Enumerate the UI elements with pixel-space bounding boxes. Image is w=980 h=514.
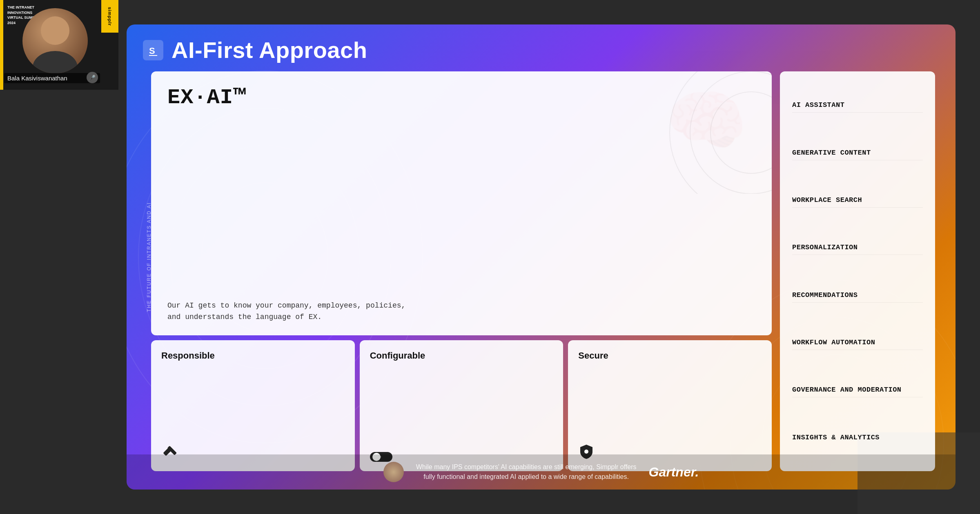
svg-point-0 <box>41 16 69 45</box>
slide-footer: While many IPS competitors' AI capabilit… <box>127 454 956 490</box>
svg-point-11 <box>670 71 772 194</box>
capability-generative-content: GENERATIVE CONTENT <box>792 146 923 160</box>
speaker-name: Bala Kasiviswanathan <box>4 73 100 83</box>
gartner-logo: Gartner. <box>649 465 699 480</box>
ex-ai-description: Our AI gets to know your company, employ… <box>167 300 755 323</box>
responsible-card: Responsible <box>151 340 355 471</box>
configurable-card: Configurable <box>360 340 564 471</box>
card-arcs <box>608 71 772 194</box>
capability-governance: GOVERNANCE AND MODERATION <box>792 383 923 397</box>
capability-workplace-search: WORKPLACE SEARCH <box>792 193 923 208</box>
capabilities-card: AI ASSISTANT GENERATIVE CONTENT WORKPLAC… <box>780 71 935 471</box>
svg-point-18 <box>584 450 588 454</box>
simpplr-badge: simpplr <box>101 0 118 33</box>
slide-title: AI-First Approach <box>172 37 367 63</box>
capability-recommendations: RECOMMENDATIONS <box>792 288 923 303</box>
configurable-title: Configurable <box>370 350 553 361</box>
svg-text:S: S <box>149 46 155 56</box>
footer-avatar <box>383 462 404 482</box>
svg-point-13 <box>710 92 772 173</box>
capability-insights-analytics: INSIGHTS & ANALYTICS <box>792 430 923 445</box>
speaker-avatar <box>22 8 88 73</box>
capability-workflow-automation: WORKFLOW AUTOMATION <box>792 335 923 350</box>
yellow-bar <box>0 0 3 90</box>
slide-logo: S <box>143 40 163 60</box>
svg-point-12 <box>690 71 772 194</box>
svg-point-1 <box>33 51 78 73</box>
capability-personalization: PERSONALIZATION <box>792 240 923 255</box>
ex-ai-card: EX·AI™ 🧠 Our AI gets to know your compan… <box>151 71 772 335</box>
capability-ai-assistant: AI ASSISTANT <box>792 98 923 113</box>
side-label: THE FUTURE OF INTRANETS AND AI <box>146 202 152 312</box>
mic-icon: 🎤 <box>87 72 98 83</box>
main-slide: S AI-First Approach THE FUTURE OF INTRAN… <box>127 24 956 490</box>
secure-title: Secure <box>578 350 762 361</box>
responsible-title: Responsible <box>161 350 345 361</box>
webcam-panel: THE INTRANET INNOVATIONS VIRTUAL SUMMIT … <box>0 0 118 90</box>
avatar-svg <box>22 8 88 73</box>
slide-header: S AI-First Approach <box>127 24 956 71</box>
feature-cards-row: Responsible Configurable <box>151 340 772 471</box>
footer-text: While many IPS competitors' AI capabilit… <box>416 462 637 482</box>
main-cards-area: EX·AI™ 🧠 Our AI gets to know your compan… <box>151 71 772 471</box>
secure-card: Secure <box>568 340 772 471</box>
slide-content: EX·AI™ 🧠 Our AI gets to know your compan… <box>127 71 956 471</box>
